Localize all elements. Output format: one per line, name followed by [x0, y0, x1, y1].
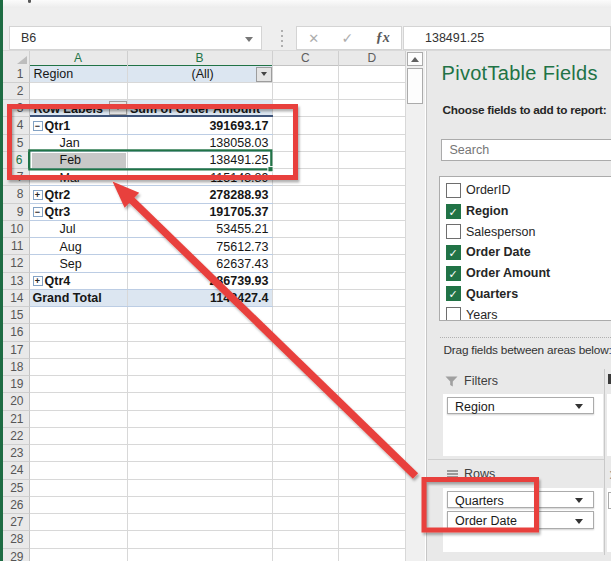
row-header-1[interactable]: 1	[3, 66, 30, 83]
scroll-up-button[interactable]	[407, 52, 423, 66]
row-header-7[interactable]: 7	[3, 169, 30, 186]
row-header-18[interactable]: 18	[3, 359, 30, 376]
collapse-button[interactable]: −	[33, 207, 43, 217]
row-header-27[interactable]: 27	[3, 514, 30, 531]
row-header-3[interactable]: 3	[3, 100, 30, 117]
row-header-22[interactable]: 22	[3, 428, 30, 445]
row-header-15[interactable]: 15	[3, 307, 30, 324]
row-labels-filter-dropdown[interactable]	[109, 101, 127, 115]
enter-icon[interactable]: ✓	[342, 30, 354, 46]
select-all-corner[interactable]	[3, 51, 30, 66]
checkbox-unchecked-icon[interactable]	[446, 307, 461, 321]
scrollbar-thumb[interactable]	[407, 68, 423, 104]
field-button-dropdown-icon[interactable]	[575, 498, 583, 503]
row-header-11[interactable]: 11	[3, 238, 30, 255]
pivot-value-11[interactable]: 75612.73	[128, 240, 269, 254]
cell-grid[interactable]: Region(All)Row LabelsSum of Order Amount…	[30, 66, 406, 561]
checkbox-checked-icon[interactable]: ✓	[446, 204, 461, 219]
pivot-label-jul[interactable]: Jul	[60, 222, 76, 236]
field-item-salesperson[interactable]: Salesperson	[440, 221, 611, 242]
pivot-value-7[interactable]: 115143.89	[128, 171, 269, 185]
filters-field-region[interactable]: Region	[447, 397, 594, 415]
rows-field-quarters[interactable]: Quarters	[447, 491, 594, 509]
select-all-icon	[17, 56, 27, 64]
row-header-21[interactable]: 21	[3, 411, 30, 428]
row-header-24[interactable]: 24	[3, 462, 30, 479]
checkbox-checked-icon[interactable]: ✓	[446, 286, 461, 301]
row-header-6[interactable]: 6	[3, 152, 30, 169]
insert-function-icon[interactable]: ƒx	[376, 30, 390, 46]
search-input[interactable]: Search	[441, 139, 611, 161]
cell-a1[interactable]: Region	[34, 67, 74, 81]
row-header-17[interactable]: 17	[3, 342, 30, 359]
pivot-label-mar[interactable]: Mar	[60, 171, 82, 185]
row-header-25[interactable]: 25	[3, 480, 30, 497]
pivot-label-grand-total[interactable]: Grand Total	[33, 291, 102, 305]
pivot-label-aug[interactable]: Aug	[60, 240, 82, 254]
row-header-4[interactable]: 4	[3, 117, 30, 134]
pivot-value-9[interactable]: 191705.37	[128, 205, 269, 219]
pivot-label-jan[interactable]: Jan	[60, 136, 80, 150]
name-box-dropdown-icon[interactable]	[245, 37, 253, 42]
vertical-scrollbar[interactable]	[406, 51, 425, 561]
row-header-13[interactable]: 13	[3, 273, 30, 290]
row-header-19[interactable]: 19	[3, 376, 30, 393]
pivot-value-4[interactable]: 391693.17	[128, 119, 269, 133]
row-header-5[interactable]: 5	[3, 135, 30, 152]
pivot-value-14[interactable]: 1148427.4	[128, 291, 269, 305]
checkbox-checked-icon[interactable]: ✓	[446, 245, 461, 260]
field-item-quarters[interactable]: ✓Quarters	[440, 284, 611, 305]
row-header-14[interactable]: 14	[3, 290, 30, 307]
row-header-16[interactable]: 16	[3, 324, 30, 341]
formula-input[interactable]: 138491.25	[403, 26, 611, 50]
filter-dropdown-b1[interactable]	[256, 67, 272, 82]
pivot-label-qtr2[interactable]: Qtr2	[45, 188, 71, 202]
row-header-26[interactable]: 26	[3, 497, 30, 514]
pivot-label-qtr1[interactable]: Qtr1	[45, 119, 71, 133]
field-item-order-date[interactable]: ✓Order Date	[440, 242, 611, 263]
field-button-dropdown-icon[interactable]	[575, 404, 583, 409]
row-header-10[interactable]: 10	[3, 221, 30, 238]
field-button-dropdown-icon[interactable]	[575, 519, 583, 524]
pivot-label-qtr4[interactable]: Qtr4	[45, 274, 71, 288]
pivot-label-qtr3[interactable]: Qtr3	[45, 205, 71, 219]
expand-button[interactable]: +	[33, 190, 43, 200]
cell-b1[interactable]: (All)	[192, 67, 214, 81]
pivot-value-13[interactable]: 286739.93	[128, 274, 269, 288]
field-item-orderid[interactable]: OrderID	[440, 180, 611, 201]
columns-drop-zone[interactable]	[607, 394, 611, 456]
rows-drop-zone[interactable]: QuartersOrder Date	[443, 488, 603, 552]
row-header-28[interactable]: 28	[3, 531, 30, 548]
row-header-23[interactable]: 23	[3, 445, 30, 462]
checkbox-unchecked-icon[interactable]	[446, 224, 461, 239]
checkbox-unchecked-icon[interactable]	[446, 183, 461, 198]
collapse-button[interactable]: −	[33, 121, 43, 131]
pane-separator	[440, 337, 611, 338]
row-header-29[interactable]: 29	[3, 549, 30, 561]
pivot-value-6[interactable]: 138491.25	[128, 153, 269, 167]
column-header-b[interactable]: B	[128, 51, 273, 66]
pivot-label-sep[interactable]: Sep	[60, 257, 82, 271]
expand-button[interactable]: +	[33, 276, 43, 286]
pivot-value-5[interactable]: 138058.03	[128, 136, 269, 150]
row-header-12[interactable]: 12	[3, 255, 30, 272]
rows-field-order-date[interactable]: Order Date	[447, 511, 594, 529]
row-header-2[interactable]: 2	[3, 83, 30, 100]
pivot-value-10[interactable]: 53455.21	[128, 222, 269, 236]
filters-drop-zone[interactable]: Region	[443, 394, 603, 456]
name-box[interactable]: B6	[9, 26, 262, 50]
pivot-label-feb[interactable]: Feb	[60, 153, 82, 167]
checkbox-checked-icon[interactable]: ✓	[446, 266, 461, 281]
field-item-years[interactable]: Years	[440, 304, 611, 321]
row-header-8[interactable]: 8	[3, 186, 30, 203]
column-header-d[interactable]: D	[339, 51, 406, 66]
column-header-a[interactable]: A	[30, 51, 128, 66]
column-header-c[interactable]: C	[273, 51, 340, 66]
row-header-9[interactable]: 9	[3, 204, 30, 221]
row-header-20[interactable]: 20	[3, 393, 30, 410]
pivot-value-8[interactable]: 278288.93	[128, 188, 269, 202]
cancel-icon[interactable]: ✕	[308, 31, 319, 46]
field-item-order-amount[interactable]: ✓Order Amount	[440, 263, 611, 284]
pivot-value-12[interactable]: 62637.43	[128, 257, 269, 271]
field-item-region[interactable]: ✓Region	[440, 201, 611, 222]
